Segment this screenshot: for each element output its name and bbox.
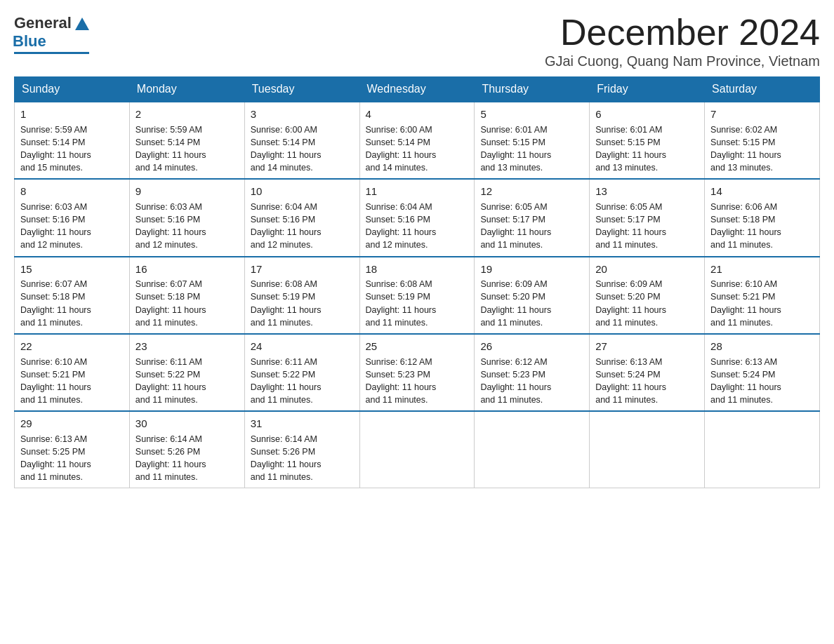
day-info: and 11 minutes. [595, 239, 699, 251]
day-info: and 11 minutes. [20, 316, 124, 329]
day-info: Sunrise: 6:10 AM [20, 356, 124, 368]
day-info: and 11 minutes. [135, 471, 239, 483]
day-info: Daylight: 11 hours [480, 381, 583, 394]
logo-triangle-icon [75, 18, 89, 30]
day-number: 27 [595, 339, 699, 354]
day-info: Sunset: 5:16 PM [251, 213, 354, 226]
day-info: and 12 minutes. [251, 239, 354, 251]
calendar-cell: 7Sunrise: 6:02 AMSunset: 5:15 PMDaylight… [705, 102, 820, 179]
day-info: Sunset: 5:24 PM [595, 368, 699, 381]
logo: General Blue [14, 14, 89, 54]
day-info: Daylight: 11 hours [251, 381, 354, 394]
day-info: and 12 minutes. [20, 239, 124, 251]
day-number: 12 [480, 184, 583, 199]
day-info: and 15 minutes. [20, 161, 124, 174]
calendar-cell: 23Sunrise: 6:11 AMSunset: 5:22 PMDayligh… [129, 334, 244, 411]
day-number: 28 [710, 339, 814, 354]
day-info: Sunset: 5:20 PM [595, 290, 699, 303]
day-info: Daylight: 11 hours [20, 226, 124, 239]
day-number: 15 [20, 262, 124, 277]
day-info: Daylight: 11 hours [135, 226, 239, 239]
day-info: Sunset: 5:21 PM [710, 290, 814, 303]
day-number: 1 [20, 107, 124, 122]
calendar-cell: 27Sunrise: 6:13 AMSunset: 5:24 PMDayligh… [590, 334, 705, 411]
day-info: Sunset: 5:26 PM [135, 445, 239, 458]
day-info: Sunrise: 6:08 AM [366, 278, 469, 290]
day-info: Sunrise: 6:00 AM [366, 123, 469, 136]
day-info: Sunset: 5:23 PM [366, 368, 469, 381]
calendar-table: SundayMondayTuesdayWednesdayThursdayFrid… [14, 76, 820, 488]
calendar-cell: 12Sunrise: 6:05 AMSunset: 5:17 PMDayligh… [475, 179, 590, 256]
day-info: Sunrise: 6:01 AM [480, 123, 583, 136]
calendar-week-row: 1Sunrise: 5:59 AMSunset: 5:14 PMDaylight… [15, 102, 820, 179]
day-info: and 11 minutes. [251, 394, 354, 406]
day-info: and 13 minutes. [480, 161, 583, 174]
day-info: Daylight: 11 hours [366, 226, 469, 239]
page-header: General Blue December 2024 GJai Cuong, Q… [14, 14, 820, 69]
day-info: Sunset: 5:18 PM [135, 290, 239, 303]
column-header-monday: Monday [129, 77, 244, 102]
day-info: Sunrise: 6:09 AM [480, 278, 583, 290]
calendar-cell [590, 411, 705, 488]
day-number: 22 [20, 339, 124, 354]
day-info: Sunrise: 6:04 AM [251, 201, 354, 213]
day-info: and 12 minutes. [366, 239, 469, 251]
day-info: Daylight: 11 hours [135, 304, 239, 316]
column-header-wednesday: Wednesday [359, 77, 475, 102]
calendar-cell: 6Sunrise: 6:01 AMSunset: 5:15 PMDaylight… [590, 102, 705, 179]
day-info: and 11 minutes. [135, 316, 239, 329]
column-header-thursday: Thursday [475, 77, 590, 102]
calendar-cell: 16Sunrise: 6:07 AMSunset: 5:18 PMDayligh… [129, 257, 244, 334]
calendar-cell: 2Sunrise: 5:59 AMSunset: 5:14 PMDaylight… [129, 102, 244, 179]
day-number: 8 [20, 184, 124, 199]
column-header-saturday: Saturday [705, 77, 820, 102]
day-info: Sunset: 5:22 PM [251, 368, 354, 381]
day-info: Daylight: 11 hours [366, 304, 469, 316]
calendar-cell: 4Sunrise: 6:00 AMSunset: 5:14 PMDaylight… [359, 102, 475, 179]
day-number: 18 [366, 262, 469, 277]
column-header-friday: Friday [590, 77, 705, 102]
day-info: Sunrise: 6:01 AM [595, 123, 699, 136]
day-number: 26 [480, 339, 583, 354]
calendar-week-row: 15Sunrise: 6:07 AMSunset: 5:18 PMDayligh… [15, 257, 820, 334]
day-info: Daylight: 11 hours [251, 458, 354, 471]
calendar-week-row: 8Sunrise: 6:03 AMSunset: 5:16 PMDaylight… [15, 179, 820, 256]
day-number: 10 [251, 184, 354, 199]
day-info: Daylight: 11 hours [710, 226, 814, 239]
day-info: Daylight: 11 hours [480, 304, 583, 316]
day-info: Daylight: 11 hours [251, 149, 354, 161]
calendar-cell: 10Sunrise: 6:04 AMSunset: 5:16 PMDayligh… [244, 179, 359, 256]
day-info: Daylight: 11 hours [480, 226, 583, 239]
calendar-header-row: SundayMondayTuesdayWednesdayThursdayFrid… [15, 77, 820, 102]
day-info: Daylight: 11 hours [710, 149, 814, 161]
calendar-cell: 26Sunrise: 6:12 AMSunset: 5:23 PMDayligh… [475, 334, 590, 411]
day-info: Sunset: 5:16 PM [135, 213, 239, 226]
day-info: Sunrise: 6:10 AM [710, 278, 814, 290]
day-number: 9 [135, 184, 239, 199]
day-number: 6 [595, 107, 699, 122]
day-info: Sunrise: 6:02 AM [710, 123, 814, 136]
day-info: and 11 minutes. [480, 394, 583, 406]
calendar-cell: 31Sunrise: 6:14 AMSunset: 5:26 PMDayligh… [244, 411, 359, 488]
day-info: Sunset: 5:26 PM [251, 445, 354, 458]
day-info: Daylight: 11 hours [20, 304, 124, 316]
day-info: Sunrise: 6:00 AM [251, 123, 354, 136]
calendar-cell: 29Sunrise: 6:13 AMSunset: 5:25 PMDayligh… [15, 411, 130, 488]
day-info: Sunset: 5:14 PM [135, 136, 239, 149]
day-info: Sunset: 5:17 PM [595, 213, 699, 226]
calendar-cell: 14Sunrise: 6:06 AMSunset: 5:18 PMDayligh… [705, 179, 820, 256]
calendar-cell: 20Sunrise: 6:09 AMSunset: 5:20 PMDayligh… [590, 257, 705, 334]
day-info: and 11 minutes. [710, 239, 814, 251]
location-text: GJai Cuong, Quang Nam Province, Vietnam [545, 53, 820, 69]
day-info: Sunrise: 6:13 AM [595, 356, 699, 368]
day-number: 17 [251, 262, 354, 277]
day-info: Sunrise: 6:06 AM [710, 201, 814, 213]
calendar-cell [359, 411, 475, 488]
day-info: Daylight: 11 hours [595, 149, 699, 161]
day-info: Daylight: 11 hours [20, 149, 124, 161]
day-info: Daylight: 11 hours [595, 304, 699, 316]
day-info: and 14 minutes. [251, 161, 354, 174]
day-info: Sunset: 5:18 PM [20, 290, 124, 303]
day-number: 30 [135, 416, 239, 431]
calendar-cell: 15Sunrise: 6:07 AMSunset: 5:18 PMDayligh… [15, 257, 130, 334]
